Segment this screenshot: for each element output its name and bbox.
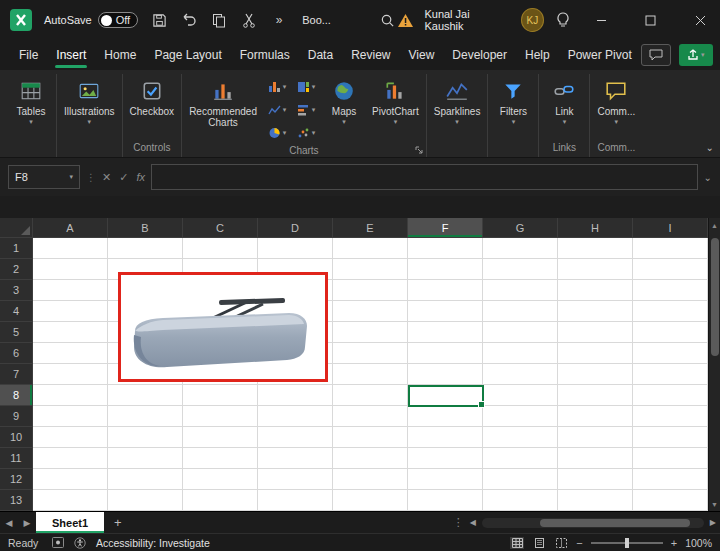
cell-F4[interactable] — [408, 301, 483, 322]
cell-E12[interactable] — [333, 469, 408, 490]
cell-I5[interactable] — [633, 322, 708, 343]
sheet-options-icon[interactable]: ⋮ — [453, 516, 464, 529]
cell-D13[interactable] — [258, 490, 333, 511]
tab-view[interactable]: View — [400, 40, 444, 70]
cell-C9[interactable] — [183, 406, 258, 427]
column-header-F[interactable]: F — [408, 218, 483, 238]
cell-F5[interactable] — [408, 322, 483, 343]
save-icon[interactable] — [150, 11, 168, 29]
tab-developer[interactable]: Developer — [443, 40, 516, 70]
warning-icon[interactable] — [397, 11, 415, 29]
tab-formulas[interactable]: Formulas — [231, 40, 299, 70]
cell-E7[interactable] — [333, 364, 408, 385]
cell-G8[interactable] — [483, 385, 558, 406]
cell-G7[interactable] — [483, 364, 558, 385]
cell-E10[interactable] — [333, 427, 408, 448]
cell-I13[interactable] — [633, 490, 708, 511]
cell-A12[interactable] — [33, 469, 108, 490]
cell-G5[interactable] — [483, 322, 558, 343]
embedded-picture[interactable] — [118, 272, 328, 382]
cell-C13[interactable] — [183, 490, 258, 511]
column-header-E[interactable]: E — [333, 218, 408, 238]
cell-G6[interactable] — [483, 343, 558, 364]
cell-H2[interactable] — [558, 259, 633, 280]
cell-H7[interactable] — [558, 364, 633, 385]
vertical-scrollbar[interactable]: ▲ ▼ — [708, 218, 720, 511]
next-sheet-icon[interactable]: ▶ — [18, 518, 36, 528]
tab-review[interactable]: Review — [342, 40, 399, 70]
bar-chart-button[interactable]: ▾ — [292, 99, 320, 121]
cell-H4[interactable] — [558, 301, 633, 322]
cell-H8[interactable] — [558, 385, 633, 406]
maximize-button[interactable] — [631, 0, 670, 40]
cell-D11[interactable] — [258, 448, 333, 469]
checkbox-button[interactable]: Checkbox — [126, 74, 178, 117]
cell-H12[interactable] — [558, 469, 633, 490]
scroll-left-icon[interactable]: ◀ — [470, 518, 476, 527]
cell-A5[interactable] — [33, 322, 108, 343]
macro-record-icon[interactable] — [52, 537, 64, 548]
cell-E5[interactable] — [333, 322, 408, 343]
row-header-7[interactable]: 7 — [0, 364, 33, 385]
active-cell-selection[interactable] — [408, 385, 484, 407]
vertical-scroll-track[interactable] — [709, 232, 720, 497]
column-chart-button[interactable]: ▾ — [263, 76, 291, 98]
add-sheet-icon[interactable]: + — [114, 515, 122, 530]
cell-H3[interactable] — [558, 280, 633, 301]
search-icon[interactable] — [379, 11, 397, 29]
cell-H9[interactable] — [558, 406, 633, 427]
scroll-right-icon[interactable]: ▶ — [710, 518, 716, 527]
row-header-13[interactable]: 13 — [0, 490, 33, 511]
sparklines-button[interactable]: Sparklines ▾ — [430, 74, 485, 125]
vertical-scroll-thumb[interactable] — [711, 238, 719, 356]
cell-H11[interactable] — [558, 448, 633, 469]
cell-G9[interactable] — [483, 406, 558, 427]
cell-A13[interactable] — [33, 490, 108, 511]
cell-G13[interactable] — [483, 490, 558, 511]
link-button[interactable]: Link ▾ — [542, 74, 586, 125]
row-header-10[interactable]: 10 — [0, 427, 33, 448]
cell-H6[interactable] — [558, 343, 633, 364]
row-header-6[interactable]: 6 — [0, 343, 33, 364]
insert-function-icon[interactable]: fx — [136, 171, 145, 183]
column-header-D[interactable]: D — [258, 218, 333, 238]
zoom-in-icon[interactable]: + — [671, 537, 677, 549]
share-button[interactable]: ▾ — [679, 44, 713, 66]
accessibility-icon[interactable] — [74, 537, 86, 549]
excel-logo-icon[interactable] — [10, 9, 32, 31]
cell-B10[interactable] — [108, 427, 183, 448]
column-header-H[interactable]: H — [558, 218, 633, 238]
cell-D8[interactable] — [258, 385, 333, 406]
cell-I7[interactable] — [633, 364, 708, 385]
line-chart-button[interactable]: ▾ — [263, 99, 291, 121]
cell-G4[interactable] — [483, 301, 558, 322]
cancel-icon[interactable]: ✕ — [102, 171, 111, 184]
maps-button[interactable]: Maps ▾ — [322, 74, 366, 125]
cell-C11[interactable] — [183, 448, 258, 469]
tab-help[interactable]: Help — [516, 40, 559, 70]
accessibility-status[interactable]: Accessibility: Investigate — [96, 537, 210, 549]
cell-B12[interactable] — [108, 469, 183, 490]
cell-F3[interactable] — [408, 280, 483, 301]
row-header-3[interactable]: 3 — [0, 280, 33, 301]
cell-D10[interactable] — [258, 427, 333, 448]
page-layout-view-icon[interactable] — [532, 537, 546, 549]
cell-E3[interactable] — [333, 280, 408, 301]
cell-A6[interactable] — [33, 343, 108, 364]
cell-E11[interactable] — [333, 448, 408, 469]
column-header-G[interactable]: G — [483, 218, 558, 238]
tab-data[interactable]: Data — [299, 40, 342, 70]
previous-sheet-icon[interactable]: ◀ — [0, 518, 18, 528]
cell-A3[interactable] — [33, 280, 108, 301]
cell-F7[interactable] — [408, 364, 483, 385]
pie-chart-button[interactable]: ▾ — [263, 122, 291, 144]
cell-A7[interactable] — [33, 364, 108, 385]
cell-E1[interactable] — [333, 238, 408, 259]
column-header-A[interactable]: A — [33, 218, 108, 238]
cell-F12[interactable] — [408, 469, 483, 490]
enter-icon[interactable]: ✓ — [119, 171, 128, 184]
cell-I3[interactable] — [633, 280, 708, 301]
cell-E9[interactable] — [333, 406, 408, 427]
user-avatar[interactable]: KJ — [521, 8, 545, 32]
page-break-view-icon[interactable] — [554, 537, 568, 549]
